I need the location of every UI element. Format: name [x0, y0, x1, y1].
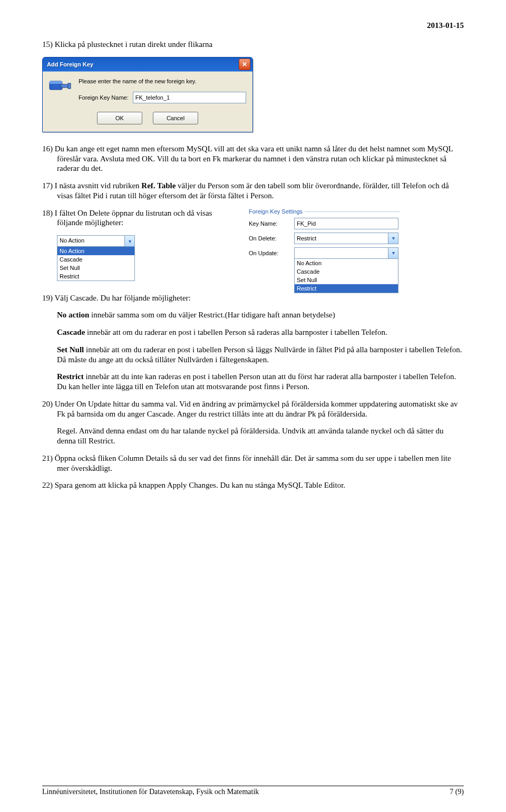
cancel-button[interactable]: Cancel	[153, 112, 198, 124]
chevron-down-icon[interactable]: ▾	[388, 248, 398, 258]
svg-rect-3	[68, 83, 71, 89]
on-update-option[interactable]: No Action	[295, 259, 398, 267]
foreign-key-icon	[49, 78, 71, 96]
step-15: 15) Klicka på plustecknet i rutan direkt…	[42, 40, 464, 50]
header-date: 2013-01-15	[42, 21, 464, 30]
step-19-noaction: No action innebär samma som om du väljer…	[42, 310, 464, 320]
step-19-cascade: Cascade innebär att om du raderar en pos…	[42, 327, 464, 337]
key-name-input[interactable]: FK_Pid	[294, 218, 398, 229]
on-update-option[interactable]: Restrict	[295, 284, 398, 293]
on-delete-option[interactable]: Cascade	[57, 255, 134, 264]
on-delete-option[interactable]: No Action	[57, 247, 134, 255]
step-16: 16) Du kan ange ett eget namn men efters…	[42, 144, 464, 173]
on-update-label: On Update:	[249, 250, 289, 256]
on-update-select[interactable]: ▾	[294, 247, 398, 259]
on-update-option[interactable]: Set Null	[295, 276, 398, 284]
chevron-down-icon[interactable]: ▾	[124, 236, 134, 246]
on-update-option-list[interactable]: No Action Cascade Set Null Restrict	[294, 259, 398, 293]
foreign-key-settings-panel: Foreign Key Settings Key Name: FK_Pid On…	[241, 208, 400, 293]
on-update-option[interactable]: Cascade	[295, 267, 398, 276]
footer-page-number: 7 (9)	[450, 788, 464, 796]
fk-settings-group-title: Foreign Key Settings	[241, 208, 305, 215]
dialog-titlebar: Add Foreign Key ✕	[43, 57, 252, 71]
chevron-down-icon[interactable]: ▾	[388, 233, 398, 244]
close-icon[interactable]: ✕	[239, 59, 250, 70]
footer-institution: Linnéuniversitetet, Institutionen för Da…	[42, 788, 259, 796]
step-20a: 20) Under On Update hittar du samma val.…	[42, 399, 464, 419]
on-delete-option[interactable]: Set Null	[57, 264, 134, 272]
step-19-restrict: Restrict innebär att du inte kan raderas…	[42, 372, 464, 392]
on-delete-label: On Delete:	[249, 235, 289, 241]
step-18: 18) I fältet On Delete öppnar du listrut…	[42, 208, 232, 228]
step-19-lead: 19) Välj Cascade. Du har följande möjlig…	[42, 293, 464, 303]
on-delete-option[interactable]: Restrict	[57, 272, 134, 281]
dialog-title: Add Foreign Key	[47, 61, 239, 67]
step-20b: Regel. Använd denna endast om du har tal…	[42, 426, 464, 446]
dialog-prompt: Please enter the name of the new foreign…	[79, 78, 246, 84]
step-19-setnull: Set Null innebär att om du raderar en po…	[42, 345, 464, 365]
on-delete-option-list[interactable]: No Action Cascade Set Null Restrict	[57, 247, 135, 281]
step-17: 17) I nästa avsnitt vid rubriken Ref. Ta…	[42, 181, 464, 201]
on-delete-selected: No Action	[57, 236, 124, 246]
key-name-label: Key Name:	[249, 220, 289, 227]
on-delete-select[interactable]: Restrict ▾	[294, 233, 398, 244]
ok-button[interactable]: OK	[97, 112, 142, 124]
foreign-key-name-input[interactable]	[133, 92, 246, 103]
step-22: 22) Spara genom att klicka på knappen Ap…	[42, 480, 464, 490]
on-delete-combo[interactable]: No Action ▾ No Action Cascade Set Null R…	[57, 235, 135, 281]
page-footer: Linnéuniversitetet, Institutionen för Da…	[42, 786, 464, 796]
foreign-key-name-label: Foreign Key Name:	[79, 94, 129, 101]
step-21: 21) Öppna också fliken Column Details så…	[42, 453, 464, 473]
svg-rect-1	[50, 81, 62, 84]
add-foreign-key-dialog: Add Foreign Key ✕ Please enter the name …	[42, 57, 253, 132]
